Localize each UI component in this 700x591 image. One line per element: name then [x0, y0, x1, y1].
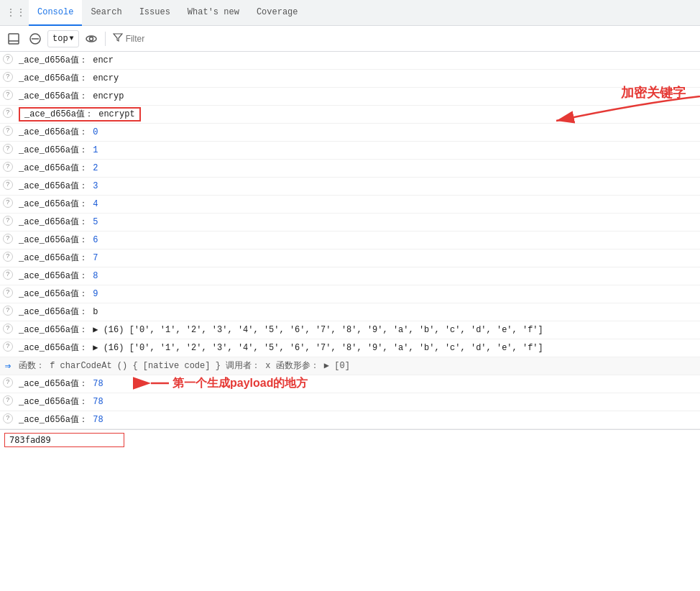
- log-content: _ace_d656a值： ▶ (16) ['0', '1', '2', '3',…: [16, 340, 700, 356]
- tab-bar: ⋮⋮ Console Search Issues What's new Cove…: [0, 0, 700, 26]
- log-icon: ?: [0, 160, 16, 172]
- drag-icon: ⋮⋮: [3, 6, 29, 19]
- log-row: ⇒ 函数： f charCodeAt () { [native code] } …: [0, 357, 700, 375]
- svg-rect-0: [9, 34, 19, 44]
- log-icon: ?: [0, 124, 16, 136]
- log-icon: ?: [0, 286, 16, 298]
- log-icon: ?: [0, 52, 16, 64]
- tab-whats-new[interactable]: What's new: [179, 0, 248, 26]
- tab-issues[interactable]: Issues: [131, 0, 179, 26]
- func-icon: ⇒: [0, 358, 16, 372]
- console-log: ? _ace_d656a值： encr ? _ace_d656a值： encry…: [0, 52, 700, 429]
- log-row: ? _ace_d656a值： 78: [0, 393, 700, 411]
- log-content: _ace_d656a值： encry: [16, 70, 700, 86]
- log-icon: ?: [0, 214, 16, 226]
- log-row: ? _ace_d656a值： 8: [0, 267, 700, 285]
- log-row: ? _ace_d656a值： 7: [0, 249, 700, 267]
- log-content: _ace_d656a值： encryp: [16, 88, 700, 104]
- log-content: _ace_d656a值： 7: [16, 250, 700, 266]
- filter-input[interactable]: [126, 34, 696, 44]
- log-row: ? _ace_d656a值： 4: [0, 196, 700, 214]
- log-row: ? _ace_d656a值： ▶ (16) ['0', '1', '2', '3…: [0, 339, 700, 357]
- log-icon: ?: [0, 268, 16, 280]
- tab-search[interactable]: Search: [82, 0, 130, 26]
- log-content: _ace_d656a值： 9: [16, 286, 700, 302]
- tab-console[interactable]: Console: [29, 0, 82, 26]
- log-content: _ace_d656a值： encrypt: [16, 106, 700, 122]
- log-row: ? _ace_d656a值： 9: [0, 285, 700, 303]
- log-row: ? _ace_d656a值： 78: [0, 411, 700, 429]
- log-row: ? _ace_d656a值： 2: [0, 160, 700, 178]
- log-content: 函数： f charCodeAt () { [native code] } 调用…: [16, 358, 700, 374]
- log-content: _ace_d656a值： encr: [16, 52, 700, 68]
- log-icon: ?: [0, 106, 16, 118]
- log-row: ? _ace_d656a值： 78 第一个生成payload的地方: [0, 375, 700, 393]
- log-content: _ace_d656a值： b: [16, 304, 700, 320]
- log-content: _ace_d656a值： 5: [16, 214, 700, 230]
- layout-button[interactable]: [4, 29, 23, 48]
- filter-area: [113, 32, 696, 45]
- toolbar-divider: [105, 32, 106, 46]
- log-row: ? _ace_d656a值： 5: [0, 214, 700, 232]
- log-icon: ?: [0, 178, 16, 190]
- log-row: ? _ace_d656a值： encryp: [0, 88, 700, 106]
- toolbar: top ▼: [0, 26, 700, 52]
- log-row: ? _ace_d656a值： encr: [0, 52, 700, 70]
- log-row: ? _ace_d656a值： encry: [0, 70, 700, 88]
- dropdown-arrow: ▼: [70, 35, 74, 42]
- log-content: _ace_d656a值： 78: [16, 412, 700, 428]
- log-row: ? _ace_d656a值： 1: [0, 142, 700, 160]
- log-content: _ace_d656a值： 3: [16, 178, 700, 194]
- log-icon: ?: [0, 232, 16, 244]
- filter-icon: [113, 32, 123, 45]
- log-icon: ?: [0, 142, 16, 154]
- log-icon: ?: [0, 394, 16, 406]
- console-input-bar: [0, 429, 700, 450]
- log-content: _ace_d656a值： ▶ (16) ['0', '1', '2', '3',…: [16, 322, 700, 338]
- svg-point-5: [89, 37, 93, 40]
- log-icon: ?: [0, 196, 16, 208]
- log-icon: ?: [0, 376, 16, 388]
- log-content: _ace_d656a值： 1: [16, 142, 700, 158]
- log-row: ? _ace_d656a值： 3: [0, 178, 700, 196]
- console-input[interactable]: [4, 433, 124, 447]
- log-row: ? _ace_d656a值： ▶ (16) ['0', '1', '2', '3…: [0, 321, 700, 339]
- context-selector[interactable]: top ▼: [47, 30, 79, 47]
- log-icon: ?: [0, 322, 16, 334]
- log-content: _ace_d656a值： 78: [16, 376, 700, 392]
- eye-button[interactable]: [82, 29, 101, 48]
- log-icon: ?: [0, 70, 16, 82]
- clear-button[interactable]: [26, 29, 45, 48]
- log-icon: ?: [0, 340, 16, 352]
- log-content: _ace_d656a值： 78: [16, 394, 700, 410]
- log-icon: ?: [0, 88, 16, 100]
- log-icon: ?: [0, 304, 16, 316]
- log-row: ? _ace_d656a值： b: [0, 303, 700, 321]
- log-icon: ?: [0, 412, 16, 423]
- log-content: _ace_d656a值： 2: [16, 160, 700, 176]
- log-row: ? _ace_d656a值： 0: [0, 124, 700, 142]
- log-row: ? _ace_d656a值： encrypt 加密关键字: [0, 106, 700, 124]
- log-content: _ace_d656a值： 6: [16, 232, 700, 248]
- log-row: ? _ace_d656a值： 6: [0, 232, 700, 249]
- log-content: _ace_d656a值： 0: [16, 124, 700, 140]
- context-label: top: [52, 34, 68, 44]
- tab-coverage[interactable]: Coverage: [248, 0, 307, 26]
- log-icon: ?: [0, 250, 16, 262]
- log-content: _ace_d656a值： 8: [16, 268, 700, 284]
- log-content: _ace_d656a值： 4: [16, 196, 700, 212]
